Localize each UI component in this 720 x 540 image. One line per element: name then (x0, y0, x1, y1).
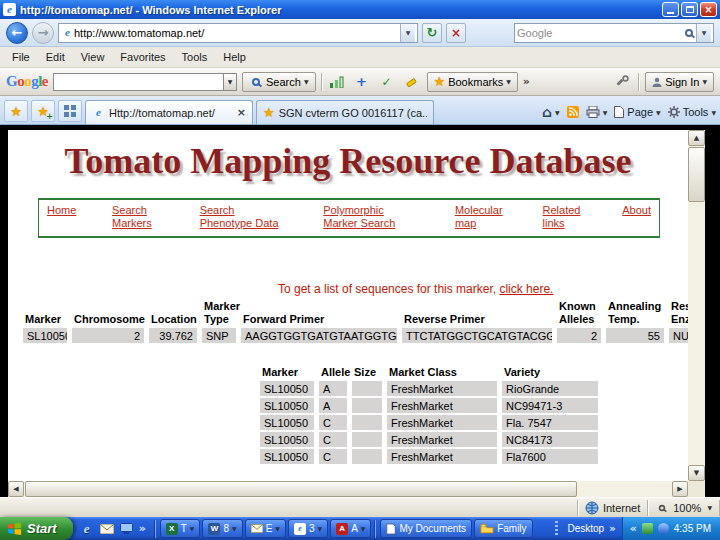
task-button-ie[interactable]: e 3 ▼ (288, 519, 328, 538)
scroll-left-button[interactable]: ◀ (8, 481, 24, 497)
address-input[interactable] (74, 27, 400, 39)
click-here-link[interactable]: click here. (499, 282, 553, 296)
table-row: SL10050 C FreshMarket NC84173 (260, 432, 598, 447)
nav-about[interactable]: About (622, 204, 651, 217)
add-button-icon[interactable]: + (352, 72, 372, 92)
menu-tools[interactable]: Tools (174, 48, 216, 66)
zoom-control[interactable]: 100% ▼ (648, 500, 720, 516)
bookmarks-button[interactable]: ★ Bookmarks ▼ (427, 72, 518, 92)
nav-search-phenotype-data[interactable]: Search Phenotype Data (200, 204, 288, 230)
plus-icon: + (46, 112, 53, 121)
nav-related-links[interactable]: Related links (543, 204, 587, 230)
add-favorite-button[interactable]: ★+ (31, 100, 55, 122)
menu-help[interactable]: Help (215, 48, 254, 66)
sequence-notice: To get a list of sequences for this mark… (278, 282, 553, 296)
quick-tabs-button[interactable] (58, 100, 82, 122)
task-button-label: Family (497, 523, 526, 534)
task-button-mail[interactable]: E ▼ (245, 519, 286, 538)
tray-antivirus-icon[interactable] (642, 523, 653, 534)
google-search-dropdown[interactable]: ▼ (223, 73, 237, 91)
task-button-excel[interactable]: X T ▼ (160, 519, 201, 538)
tab-sgn-cvterm[interactable]: ★ SGN cvterm GO 0016117 (ca... (256, 100, 434, 124)
google-toolbar-right: Sign In ▼ (612, 72, 714, 92)
refresh-button[interactable]: ↻ (422, 23, 442, 43)
search-dropdown-button[interactable]: ▼ (696, 24, 711, 42)
vertical-scroll-thumb[interactable] (688, 147, 705, 202)
forward-button[interactable]: → (32, 22, 54, 44)
toolbar-overflow-chevron[interactable]: » (523, 75, 530, 88)
column-header: Marker (23, 300, 67, 326)
zoom-level: 100% (673, 502, 701, 514)
favorites-center-button[interactable]: ★ (4, 100, 28, 122)
search-box[interactable]: ▼ (514, 23, 714, 43)
chevron-down-icon: ▼ (707, 504, 712, 511)
nav-molecular-map[interactable]: Molecular map (455, 204, 507, 230)
tray-collapse-chevron[interactable]: « (630, 522, 637, 535)
address-dropdown-button[interactable]: ▼ (400, 24, 415, 42)
settings-wrench-icon[interactable] (612, 72, 632, 92)
horizontal-scrollbar[interactable]: ◀ ▶ (8, 481, 688, 497)
marker-table-header-row: Marker Chromosome Location Marker Type F… (23, 300, 688, 326)
sign-in-button[interactable]: Sign In ▼ (645, 72, 714, 92)
zone-label: Internet (603, 502, 640, 514)
menu-file[interactable]: File (4, 48, 38, 66)
tab-close-button[interactable]: × (237, 106, 246, 119)
quick-launch-overflow-chevron[interactable]: » (139, 522, 146, 535)
start-button[interactable]: Start (0, 517, 73, 540)
scroll-right-button[interactable]: ▶ (672, 481, 688, 497)
nav-home[interactable]: Home (47, 204, 76, 217)
table-row: SL10050 A FreshMarket RioGrande (260, 381, 598, 396)
stop-button[interactable]: × (446, 23, 466, 43)
vertical-scrollbar[interactable]: ▲ ▼ (688, 130, 705, 481)
bookmarks-label: Bookmarks (448, 76, 503, 88)
minimize-button[interactable] (662, 2, 679, 17)
task-button-family[interactable]: Family (474, 519, 532, 538)
task-button-acrobat[interactable]: A A ▼ (330, 519, 371, 538)
toolbar-grip[interactable] (555, 521, 558, 537)
menu-edit[interactable]: Edit (38, 48, 73, 66)
star-icon: ★ (10, 104, 22, 119)
table-row: SL10050 C FreshMarket Fla7600 (260, 449, 598, 464)
search-input[interactable] (517, 27, 682, 39)
spellcheck-icon[interactable]: ✓ (377, 72, 397, 92)
task-button-my-documents[interactable]: My Documents (380, 519, 472, 538)
taskbar-clock[interactable]: 4:35 PM (674, 523, 711, 534)
web-page: Tomato Mapping Resource Database Home Se… (8, 130, 688, 481)
desktop-overflow-chevron[interactable]: » (609, 523, 615, 534)
quick-launch-show-desktop-icon[interactable] (119, 521, 135, 537)
maximize-button[interactable] (681, 2, 698, 17)
close-button[interactable]: × (700, 2, 717, 17)
pagerank-icon[interactable] (327, 72, 347, 92)
cell-annealing-temp: 55 (606, 328, 664, 343)
scroll-down-button[interactable]: ▼ (688, 465, 705, 481)
print-button[interactable]: ▼ (586, 106, 608, 118)
home-button[interactable]: ⌂▼ (542, 104, 560, 120)
scroll-up-button[interactable]: ▲ (688, 130, 705, 146)
back-button[interactable]: ← (6, 22, 28, 44)
google-search-input[interactable] (53, 73, 223, 91)
column-header: Chromosome (72, 300, 144, 326)
address-field[interactable]: e ▼ (58, 23, 418, 43)
quick-launch-ie-icon[interactable]: e (79, 521, 95, 537)
menu-view[interactable]: View (73, 48, 113, 66)
page-menu-button[interactable]: Page ▼ (614, 106, 660, 118)
search-icon[interactable] (685, 29, 693, 37)
minimize-icon (667, 12, 674, 14)
horizontal-scroll-thumb[interactable] (25, 481, 577, 497)
tab-tomatomap[interactable]: e Http://tomatomap.net/ × (85, 100, 253, 124)
feeds-button[interactable] (567, 106, 579, 118)
cell-allele: A (319, 381, 347, 396)
quick-launch-mail-icon[interactable] (99, 521, 115, 537)
task-button-word[interactable]: W 8 ▼ (202, 519, 242, 538)
google-search-button[interactable]: Search ▼ (242, 72, 315, 92)
menu-favorites[interactable]: Favorites (112, 48, 173, 66)
tray-network-icon[interactable] (658, 523, 669, 534)
search-icon (252, 78, 260, 86)
tools-menu-label: Tools (683, 106, 709, 118)
cell-market-class: FreshMarket (387, 398, 497, 413)
nav-polymorphic-marker-search[interactable]: Polymorphic Marker Search (323, 204, 419, 230)
column-header: Location (149, 300, 197, 326)
highlighter-icon[interactable] (402, 72, 422, 92)
tools-menu-button[interactable]: Tools ▼ (668, 106, 716, 118)
nav-search-markers[interactable]: Search Markers (112, 204, 164, 230)
